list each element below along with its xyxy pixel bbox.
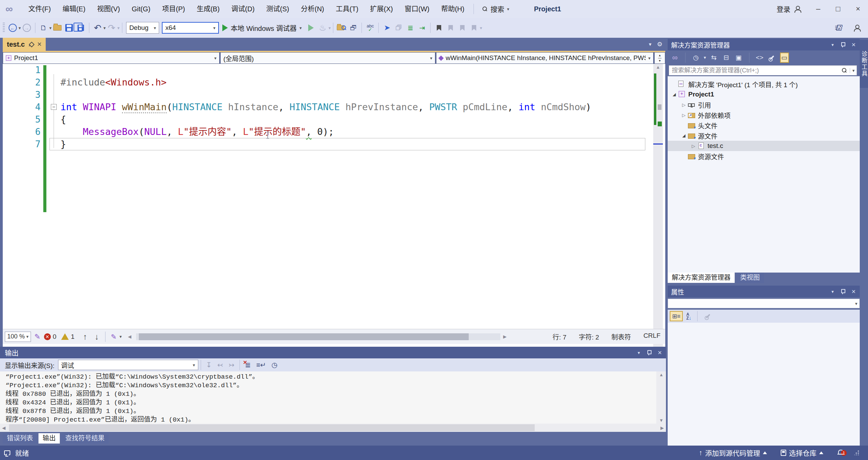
close-tab-icon[interactable]: ×	[37, 40, 42, 49]
expand-arrow-icon[interactable]: ▷	[680, 113, 688, 118]
expand-arrow-icon[interactable]: ▷	[680, 102, 688, 107]
line-indicator[interactable]: 行: 7	[553, 332, 566, 341]
collapse-arrow-icon[interactable]: ◢	[670, 92, 678, 97]
bottom-tab-1[interactable]: 输出	[38, 433, 60, 444]
alphabetical-sort-icon[interactable]: AZ↓	[686, 313, 691, 320]
navigate-forward-button[interactable]: →	[21, 21, 33, 34]
toolbar-grip[interactable]	[3, 23, 5, 33]
properties-header[interactable]: 属性 ▾ ×	[668, 286, 860, 297]
categorized-icon[interactable]: ⊞≡	[670, 311, 683, 321]
notifications-bell-icon[interactable]: 1	[837, 449, 844, 456]
close-panel-icon[interactable]: ×	[658, 349, 662, 357]
timestamp-icon[interactable]: ◷	[271, 361, 277, 369]
eol-indicator[interactable]: CRLF	[643, 332, 660, 341]
undo-button[interactable]: ↶	[92, 21, 103, 34]
start-without-debugging-button[interactable]	[305, 21, 317, 34]
previous-issue-button[interactable]: ↑	[79, 330, 91, 343]
navigate-back-button[interactable]: ←	[7, 21, 19, 34]
new-project-button[interactable]: 🗋	[38, 21, 49, 34]
preview-selected-items-icon[interactable]: ▭	[780, 53, 789, 63]
save-button[interactable]	[63, 21, 75, 34]
scrollbar-thumb[interactable]	[658, 104, 661, 110]
column-indicator[interactable]: 字符: 2	[579, 332, 599, 341]
se-tab-0[interactable]: 解决方案资源管理器	[668, 273, 735, 283]
document-health-icon[interactable]: ✎	[34, 333, 41, 341]
resize-grip[interactable]	[854, 450, 859, 455]
menu-item-5[interactable]: 生成(B)	[191, 0, 225, 18]
save-all-button[interactable]	[75, 21, 87, 34]
menu-item-11[interactable]: 窗口(W)	[399, 0, 435, 18]
collapse-arrow-icon[interactable]: ◢	[680, 133, 688, 138]
feedback-bubble-icon[interactable]	[4, 450, 10, 455]
redo-button[interactable]: ↷	[106, 21, 118, 34]
project-dropdown[interactable]: + Project1 ▾	[3, 52, 220, 64]
menu-item-9[interactable]: 工具(T)	[330, 0, 364, 18]
find-in-files-button[interactable]	[336, 21, 347, 34]
tree-item-project1[interactable]: ◢Project1	[668, 89, 860, 100]
close-panel-icon[interactable]: ×	[852, 41, 856, 49]
menu-item-0[interactable]: 文件(F)	[22, 0, 57, 18]
scroll-up-icon[interactable]: ▲	[653, 65, 663, 70]
hscroll-right-icon[interactable]: ▶	[660, 425, 664, 430]
code-line-4[interactable]: 4−int WINAPI wWinMain(HINSTANCE hInstanc…	[3, 101, 649, 113]
code-line-1[interactable]: 1	[3, 64, 649, 76]
properties-object-dropdown[interactable]: ▾	[668, 299, 860, 308]
code-line-7[interactable]: 7}	[3, 138, 649, 150]
window-position-dropdown-icon[interactable]: ▾	[832, 289, 834, 294]
solution-explorer-sync-button[interactable]: 🗗	[347, 21, 359, 34]
hscroll-thumb[interactable]	[139, 333, 469, 340]
code-line-2[interactable]: 2#include<Windows.h>	[3, 76, 649, 89]
send-feedback-icon[interactable]: 🖅	[833, 21, 845, 34]
clear-bookmarks-button[interactable]	[468, 21, 480, 34]
property-pages-wrench-icon[interactable]	[703, 311, 712, 321]
properties-pages-icon[interactable]: ▣	[734, 53, 743, 63]
menu-item-1[interactable]: 编辑(E)	[57, 0, 91, 18]
previous-message-icon[interactable]: ↢	[217, 361, 223, 369]
menu-item-4[interactable]: 项目(P)	[156, 0, 191, 18]
menu-item-8[interactable]: 分析(N)	[295, 0, 330, 18]
chevron-down-icon[interactable]: ▾	[329, 25, 331, 31]
next-message-icon[interactable]: ↣	[229, 361, 234, 369]
chevron-down-icon[interactable]: ▾	[480, 25, 482, 31]
scroll-up-icon[interactable]: ▲	[659, 372, 664, 377]
code-line-3[interactable]: 3	[3, 89, 649, 101]
open-folder-button[interactable]	[52, 21, 63, 34]
output-vertical-scrollbar[interactable]: ▲ ▼	[656, 371, 666, 424]
previous-bookmark-button[interactable]	[445, 21, 456, 34]
view-code-icon[interactable]: <>	[755, 53, 764, 63]
solution-config-dropdown[interactable]: Debug ▾	[126, 22, 159, 34]
pin-icon[interactable]	[841, 289, 845, 294]
show-whitespace-button[interactable]: ≣	[404, 21, 416, 34]
scope-dropdown[interactable]: (全局范围) ▾	[220, 52, 435, 64]
output-source-dropdown[interactable]: 调试 ▾	[58, 360, 198, 370]
window-options-gear-icon[interactable]: ⚙	[657, 41, 663, 48]
search-input[interactable]	[669, 67, 842, 74]
tree-item-solution[interactable]: 解决方案 'Project1' (1 个项目, 共 1 个)	[668, 79, 860, 89]
scroll-down-icon[interactable]: ▼	[659, 418, 664, 423]
live-share-icon[interactable]	[851, 21, 863, 34]
spell-check-button[interactable]: abc✓	[364, 21, 376, 34]
hscroll-thumb[interactable]	[9, 424, 535, 431]
chevron-down-icon[interactable]: ▾	[120, 334, 122, 339]
collapse-all-icon[interactable]: ⊟	[722, 53, 731, 63]
bottom-tab-0[interactable]: 错误列表	[3, 433, 37, 444]
pin-icon[interactable]	[841, 42, 845, 47]
fold-toggle-icon[interactable]: −	[51, 104, 57, 110]
menu-item-3[interactable]: Git(G)	[126, 0, 156, 18]
quick-search[interactable]: 搜索 ▾	[482, 4, 509, 14]
sync-with-active-document-icon[interactable]: ⇆	[710, 53, 719, 63]
next-bookmark-button[interactable]	[456, 21, 468, 34]
menu-item-6[interactable]: 调试(D)	[225, 0, 260, 18]
platform-dropdown[interactable]: x64 ▾	[162, 22, 219, 34]
word-wrap-icon[interactable]: ≡↵	[256, 361, 266, 369]
document-list-dropdown-icon[interactable]: ▾	[649, 41, 652, 47]
indent-guides-button[interactable]: ⇥	[416, 21, 428, 34]
symbol-dropdown[interactable]: wWinMain(HINSTANCE hInstance, HINSTANCE …	[436, 52, 654, 64]
menu-item-12[interactable]: 帮助(H)	[435, 0, 470, 18]
next-issue-button[interactable]: ↓	[91, 330, 103, 343]
chevron-down-icon[interactable]: ▾	[850, 68, 855, 73]
solution-explorer-header[interactable]: 解决方案资源管理器 ▾ ×	[668, 39, 860, 50]
se-tab-1[interactable]: 类视图	[736, 273, 764, 283]
hot-reload-button[interactable]: ♨	[317, 21, 329, 34]
tree-item-resource-files[interactable]: 资源文件	[668, 151, 860, 161]
